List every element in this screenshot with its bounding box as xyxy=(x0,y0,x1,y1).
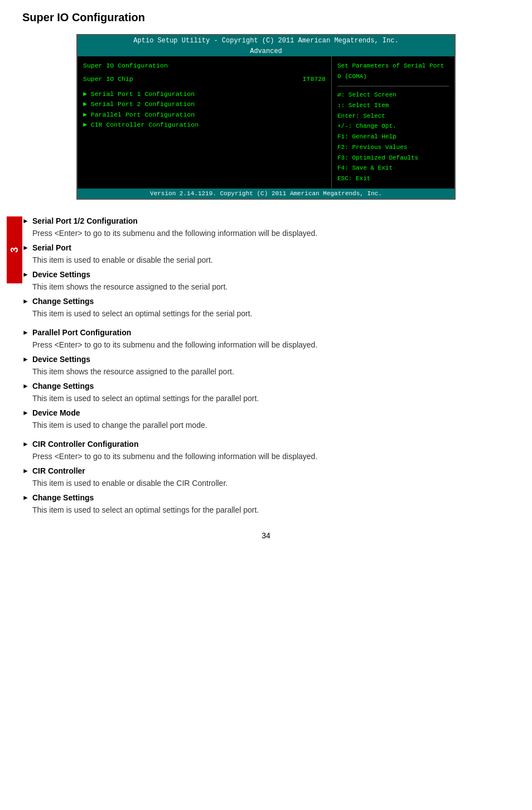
item-desc-device-settings-1: This item shows the resource assigned to… xyxy=(32,282,510,291)
key-f1: F1: General Help xyxy=(337,132,449,142)
page-number: 34 xyxy=(22,531,510,540)
chapter-marker: 3 xyxy=(7,216,22,283)
section-title-parallel: Parallel Port Configuration xyxy=(32,328,131,337)
arrow-icon-6: ► xyxy=(22,355,29,363)
item-title-device-settings-2: Device Settings xyxy=(32,355,90,364)
item-title-device-mode: Device Mode xyxy=(32,408,80,417)
item-header-serial-port: ► Serial Port xyxy=(22,243,510,252)
item-desc-cir-controller: This item is used to enable or disable t… xyxy=(32,479,510,488)
section-intro-serial-12: Press <Enter> to go to its submenu and t… xyxy=(32,229,510,238)
item-title-serial-port: Serial Port xyxy=(32,243,71,252)
section-title-cir: CIR Controller Configuration xyxy=(32,440,139,449)
section-header-parallel: ► Parallel Port Configuration xyxy=(22,328,510,337)
section-parallel-port: ► Parallel Port Configuration Press <Ent… xyxy=(22,328,510,430)
bios-section-label: Super IO Configuration xyxy=(83,61,326,71)
key-f3: F3: Optimized Defaults xyxy=(337,153,449,163)
bios-divider xyxy=(337,86,449,86)
key-f2: F2: Previous Values xyxy=(337,142,449,153)
item-header-device-settings-1: ► Device Settings xyxy=(22,270,510,279)
section-title-serial-12: Serial Port 1/2 Configuration xyxy=(32,216,138,225)
item-header-cir-controller: ► CIR Controller xyxy=(22,466,510,475)
bios-left-panel: Super IO Configuration Super IO Chip IT8… xyxy=(78,56,332,189)
arrow-icon-10: ► xyxy=(22,467,29,475)
key-select-screen: ⇄: Select Screen xyxy=(337,90,449,100)
item-desc-serial-port: This item is used to enable or disable t… xyxy=(32,255,510,264)
content-area: 3 ► Serial Port 1/2 Configuration Press … xyxy=(22,216,510,514)
bios-menu-item-4[interactable]: ► CIR Controller Configuration xyxy=(83,120,326,130)
item-header-device-settings-2: ► Device Settings xyxy=(22,355,510,364)
item-header-change-settings-2: ► Change Settings xyxy=(22,382,510,390)
item-header-change-settings-3: ► Change Settings xyxy=(22,493,510,502)
item-title-device-settings-1: Device Settings xyxy=(32,270,90,279)
arrow-icon-4: ► xyxy=(22,297,29,305)
item-desc-change-settings-1: This item is used to select an optimal s… xyxy=(32,309,510,318)
item-title-change-settings-2: Change Settings xyxy=(32,382,94,390)
bios-menu-item-1[interactable]: ► Serial Port 1 Configuration xyxy=(83,89,326,99)
item-header-device-mode: ► Device Mode xyxy=(22,408,510,417)
bios-chip-row: Super IO Chip IT8728 xyxy=(83,74,326,84)
arrow-icon-7: ► xyxy=(22,382,29,390)
item-title-cir-controller: CIR Controller xyxy=(32,466,85,475)
key-enter: Enter: Select xyxy=(337,111,449,122)
arrow-icon-11: ► xyxy=(22,494,29,502)
bios-help-main: Set Parameters of Serial Port 0 (COMA) xyxy=(337,61,449,81)
bios-keys: ⇄: Select Screen ↕: Select Item Enter: S… xyxy=(337,90,449,184)
item-title-change-settings-3: Change Settings xyxy=(32,493,94,502)
item-desc-change-settings-2: This item is used to select an optimal s… xyxy=(32,394,510,403)
bios-screenshot: Aptio Setup Utility - Copyright (C) 2011… xyxy=(76,34,456,200)
section-intro-cir: Press <Enter> to go to its submenu and t… xyxy=(32,452,510,461)
bios-title-bar: Aptio Setup Utility - Copyright (C) 2011… xyxy=(78,35,454,46)
arrow-icon-1: ► xyxy=(22,217,29,225)
bios-right-panel: Set Parameters of Serial Port 0 (COMA) ⇄… xyxy=(332,56,454,189)
section-header-serial-12: ► Serial Port 1/2 Configuration xyxy=(22,216,510,225)
key-change-opt: +/-: Change Opt. xyxy=(337,121,449,132)
bios-chip-value: IT8728 xyxy=(303,74,326,84)
bios-menu-item-3[interactable]: ► Parallel Port Configuration xyxy=(83,110,326,120)
key-select-item: ↕: Select Item xyxy=(337,100,449,111)
item-desc-device-mode: This item is used to change the parallel… xyxy=(32,421,510,430)
section-serial-port-12: ► Serial Port 1/2 Configuration Press <E… xyxy=(22,216,510,318)
key-f4: F4: Save & Exit xyxy=(337,163,449,173)
item-title-change-settings-1: Change Settings xyxy=(32,297,94,306)
section-intro-parallel: Press <Enter> to go to its submenu and t… xyxy=(32,340,510,349)
bios-tab-bar: Advanced xyxy=(78,46,454,56)
arrow-icon-8: ► xyxy=(22,409,29,417)
bios-chip-label: Super IO Chip xyxy=(83,74,133,84)
section-cir-controller: ► CIR Controller Configuration Press <En… xyxy=(22,440,510,514)
item-header-change-settings-1: ► Change Settings xyxy=(22,297,510,306)
arrow-icon-5: ► xyxy=(22,329,29,336)
page-title: Super IO Configuration xyxy=(22,11,510,24)
item-desc-device-settings-2: This item shows the resource assigned to… xyxy=(32,367,510,376)
bios-menu-item-2[interactable]: ► Serial Port 2 Configuration xyxy=(83,99,326,109)
item-desc-change-settings-3: This item is used to select an optimal s… xyxy=(32,505,510,514)
arrow-icon-2: ► xyxy=(22,244,29,252)
key-esc: ESC: Exit xyxy=(337,173,449,184)
arrow-icon-9: ► xyxy=(22,440,29,448)
bios-footer: Version 2.14.1219. Copyright (C) 2011 Am… xyxy=(78,189,454,199)
arrow-icon-3: ► xyxy=(22,271,29,278)
section-header-cir: ► CIR Controller Configuration xyxy=(22,440,510,449)
